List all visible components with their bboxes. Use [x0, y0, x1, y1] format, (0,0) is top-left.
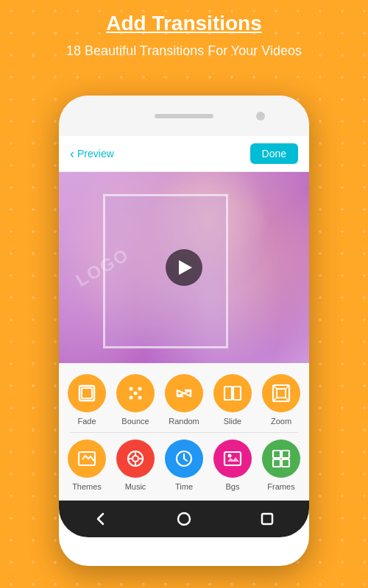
themes-label: Themes: [72, 482, 102, 491]
play-button[interactable]: [166, 249, 202, 286]
bgs-icon: [222, 448, 243, 469]
svg-point-6: [134, 392, 138, 395]
nav-back-icon: [93, 511, 109, 527]
done-button[interactable]: Done: [250, 143, 298, 164]
svg-rect-25: [224, 452, 241, 465]
top-section: Add Transitions 18 Beautiful Transitions…: [0, 0, 368, 68]
svg-point-17: [132, 456, 138, 462]
svg-rect-32: [262, 514, 272, 524]
music-icon: [125, 448, 146, 469]
svg-point-26: [228, 454, 232, 458]
svg-rect-30: [282, 459, 289, 467]
fade-icon-circle: [68, 374, 106, 412]
slide-label: Slide: [224, 417, 241, 426]
music-label: Music: [125, 482, 146, 491]
music-icon-circle: [116, 440, 155, 478]
svg-point-2: [130, 387, 133, 391]
svg-rect-1: [82, 388, 92, 398]
preview-label: Preview: [77, 148, 114, 159]
tool-bgs[interactable]: Bgs: [213, 440, 252, 491]
svg-rect-10: [277, 389, 286, 398]
bounce-icon: [125, 383, 146, 404]
bgs-label: Bgs: [226, 482, 240, 491]
time-label: Time: [175, 482, 193, 491]
time-icon-circle: [165, 440, 203, 478]
zoom-icon: [271, 383, 291, 404]
phone-speaker: [155, 114, 213, 118]
zoom-label: Zoom: [271, 417, 291, 426]
subtitle: 18 Beautiful Transitions For Your Videos: [15, 42, 353, 60]
tool-fade[interactable]: Fade: [68, 374, 106, 426]
fade-icon: [77, 383, 97, 404]
themes-icon-circle: [68, 440, 106, 478]
svg-point-4: [130, 396, 133, 400]
tool-themes[interactable]: Themes: [68, 440, 106, 491]
random-label: Random: [169, 417, 199, 426]
bounce-icon-circle: [116, 374, 155, 412]
tool-zoom[interactable]: Zoom: [262, 374, 300, 426]
phone-mockup: ‹ Preview Done LOGO Fade: [59, 96, 309, 566]
svg-rect-7: [224, 387, 232, 400]
tool-music[interactable]: Music: [116, 440, 155, 491]
slide-icon-circle: [213, 374, 252, 412]
nav-home-button[interactable]: [176, 511, 192, 527]
nav-home-icon: [176, 511, 192, 527]
bottom-nav: [59, 501, 309, 537]
svg-line-24: [184, 459, 187, 461]
toolbar-separator: [70, 432, 298, 433]
phone-camera: [256, 112, 265, 121]
tool-slide[interactable]: Slide: [213, 374, 252, 426]
back-arrow-icon: ‹: [70, 146, 74, 162]
app-header: ‹ Preview Done: [59, 136, 309, 172]
nav-back-button[interactable]: [93, 511, 109, 527]
tool-random[interactable]: Random: [165, 374, 203, 426]
bounce-label: Bounce: [121, 417, 149, 426]
tool-frames[interactable]: Frames: [262, 440, 300, 491]
bottom-toolbar: Fade Bounce: [59, 363, 309, 501]
bgs-icon-circle: [213, 440, 252, 478]
slide-icon: [222, 383, 243, 404]
play-icon: [179, 260, 192, 275]
svg-point-31: [178, 513, 190, 525]
tool-bounce[interactable]: Bounce: [116, 374, 155, 426]
svg-rect-29: [273, 459, 280, 467]
phone-status-bar: [59, 96, 309, 136]
main-title: Add Transitions: [15, 11, 353, 36]
time-icon: [174, 448, 194, 469]
tool-time[interactable]: Time: [165, 440, 203, 491]
nav-recent-button[interactable]: [259, 511, 275, 527]
fade-label: Fade: [77, 417, 96, 426]
nav-recent-icon: [259, 511, 275, 527]
transitions-row: Fade Bounce: [63, 370, 305, 429]
frames-icon: [271, 448, 291, 469]
frames-label: Frames: [267, 482, 294, 491]
random-icon: [174, 383, 194, 404]
back-button[interactable]: ‹ Preview: [70, 146, 114, 162]
themes-icon: [77, 448, 97, 469]
svg-point-3: [138, 387, 142, 391]
svg-rect-28: [282, 451, 289, 458]
random-icon-circle: [165, 374, 203, 412]
svg-rect-27: [273, 451, 280, 458]
zoom-icon-circle: [262, 374, 300, 412]
svg-rect-8: [233, 387, 241, 400]
svg-point-5: [138, 396, 142, 400]
frames-icon-circle: [262, 440, 300, 478]
tools-row: Themes Music: [63, 436, 305, 495]
video-preview[interactable]: LOGO: [59, 172, 309, 363]
